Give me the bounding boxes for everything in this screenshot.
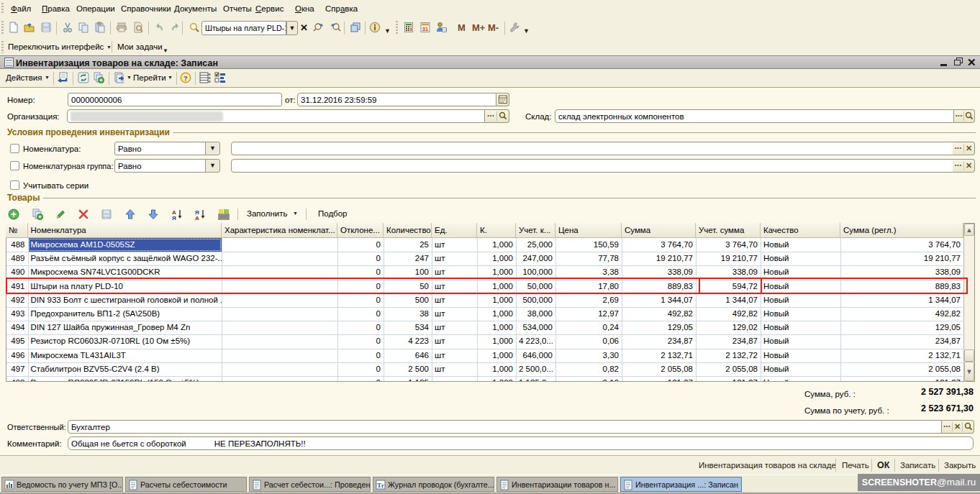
svg-text:А: А	[195, 215, 199, 221]
svg-text:31: 31	[422, 26, 428, 32]
svg-text:Тг: Тг	[377, 482, 384, 489]
svg-text:КОН: КОН	[104, 216, 109, 219]
svg-text:Я: Я	[172, 215, 176, 221]
svg-text:?: ?	[183, 74, 188, 82]
